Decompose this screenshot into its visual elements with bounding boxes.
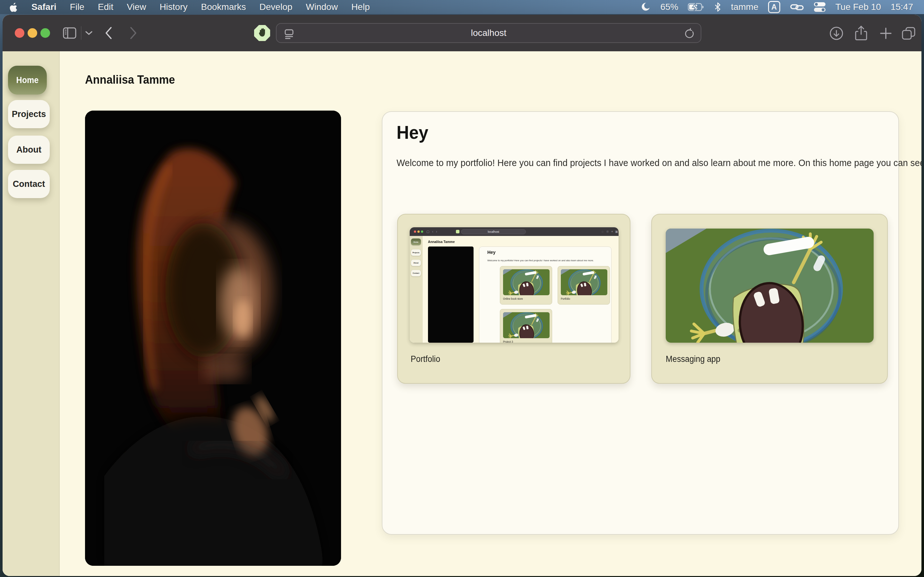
mini-new-tab-icon: + bbox=[611, 230, 613, 234]
battery-percentage[interactable]: 65% bbox=[660, 2, 678, 12]
mini-sidebar-home: Home bbox=[411, 239, 421, 245]
mini-forward-icon: › bbox=[436, 230, 437, 234]
hand-extension-icon[interactable] bbox=[254, 25, 270, 41]
address-bar[interactable]: localhost bbox=[276, 23, 701, 43]
mini-address-bar: localhost bbox=[461, 229, 526, 234]
menu-item-bookmarks[interactable]: Bookmarks bbox=[201, 2, 246, 12]
mini-sidebar-projects: Projects bbox=[411, 250, 421, 256]
mini-project-card: Online book store bbox=[500, 266, 552, 305]
mini-minimize-icon bbox=[417, 230, 420, 233]
mini-card-label: Online book store bbox=[503, 297, 523, 300]
mini-portrait-photo bbox=[428, 247, 473, 343]
menu-status-area: 65% tamme A bbox=[640, 1, 913, 13]
mini-project-card: Project 3 bbox=[500, 309, 552, 343]
mini-sidebar-about: About bbox=[411, 259, 421, 266]
bluetooth-device-name[interactable]: tamme bbox=[731, 2, 758, 12]
mini-card-label: Project 3 bbox=[503, 340, 513, 343]
menu-left: Safari File Edit View History Bookmarks … bbox=[10, 2, 370, 12]
safari-window: localhost bbox=[3, 15, 921, 576]
reload-icon[interactable] bbox=[683, 28, 695, 41]
hero-card: Hey Welcome to my portfolio! Here you ca… bbox=[382, 111, 899, 535]
mini-card-label: Portfolio bbox=[561, 297, 570, 300]
mini-screenshot: ▢ ‹ › localhost ◌ ⌑ + ▣ bbox=[410, 227, 619, 343]
mini-hero-body: Welcome to my portfolio! Here you can fi… bbox=[487, 259, 600, 262]
menu-date[interactable]: Tue Feb 10 bbox=[835, 2, 881, 12]
mini-toolbar: ▢ ‹ › localhost ◌ ⌑ + ▣ bbox=[410, 227, 619, 236]
battery-charging-icon[interactable] bbox=[688, 3, 704, 11]
forward-icon[interactable] bbox=[128, 26, 138, 40]
menu-item-safari[interactable]: Safari bbox=[31, 2, 57, 12]
moon-icon[interactable] bbox=[640, 2, 651, 13]
mini-tabs-icon: ▣ bbox=[615, 230, 618, 234]
project-card-messaging-app[interactable]: Messaging app bbox=[651, 214, 888, 384]
messaging-app-thumbnail-spongebob bbox=[666, 229, 874, 343]
mini-page-title: Annaliisa Tamme bbox=[428, 240, 455, 243]
menu-item-help[interactable]: Help bbox=[351, 2, 370, 12]
mini-thumbnail-spongebob bbox=[503, 312, 549, 338]
mini-extension-icon bbox=[456, 230, 459, 234]
menu-item-develop[interactable]: Develop bbox=[260, 2, 292, 12]
menu-item-file[interactable]: File bbox=[70, 2, 84, 12]
hero-body: Welcome to my portfolio! Here you can fi… bbox=[397, 155, 838, 171]
portfolio-thumbnail: ▢ ‹ › localhost ◌ ⌑ + ▣ bbox=[410, 227, 619, 343]
zoom-window-button[interactable] bbox=[40, 28, 50, 38]
mini-download-icon: ◌ bbox=[602, 230, 604, 234]
mini-sidebar-toggle-icon: ▢ bbox=[426, 230, 429, 234]
page-format-icon[interactable] bbox=[284, 28, 294, 41]
project-label-messaging-app: Messaging app bbox=[666, 354, 720, 364]
tab-overview-icon[interactable] bbox=[901, 26, 916, 41]
sidebar-item-home[interactable]: Home bbox=[8, 66, 47, 95]
mini-sidebar: Home Projects About Contact bbox=[410, 236, 423, 343]
hero-title: Hey bbox=[397, 121, 428, 143]
mini-project-card: Portfolio bbox=[557, 266, 610, 305]
new-tab-icon[interactable] bbox=[879, 27, 893, 40]
site-sidebar: Home Projects About Contact bbox=[3, 51, 60, 576]
back-icon[interactable] bbox=[104, 26, 113, 40]
menu-time[interactable]: 15:47 bbox=[891, 2, 913, 12]
mini-back-icon: ‹ bbox=[432, 230, 433, 234]
menu-item-view[interactable]: View bbox=[127, 2, 146, 12]
mini-thumbnail-spongebob bbox=[503, 269, 549, 295]
toolbar-divider bbox=[81, 26, 81, 40]
safari-toolbar: localhost bbox=[3, 15, 921, 51]
close-window-button[interactable] bbox=[15, 28, 24, 38]
apple-icon[interactable] bbox=[10, 2, 18, 12]
mini-hero-title: Hey bbox=[487, 250, 496, 255]
url-text: localhost bbox=[471, 28, 507, 38]
mini-sidebar-contact: Contact bbox=[411, 270, 421, 276]
mini-page: Home Projects About Contact Annaliisa Ta… bbox=[410, 236, 619, 343]
minimize-window-button[interactable] bbox=[27, 28, 37, 38]
project-label-portfolio: Portfolio bbox=[411, 354, 440, 364]
control-center-icon[interactable] bbox=[814, 2, 826, 13]
project-card-portfolio[interactable]: ▢ ‹ › localhost ◌ ⌑ + ▣ bbox=[397, 214, 630, 384]
chevron-down-icon[interactable] bbox=[85, 30, 93, 36]
page-content: Home Projects About Contact Annaliisa Ta… bbox=[3, 51, 921, 576]
link-rings-icon[interactable] bbox=[790, 2, 804, 12]
mini-zoom-icon bbox=[421, 230, 423, 233]
input-source-icon[interactable]: A bbox=[768, 1, 780, 13]
mini-thumbnail-spongebob bbox=[561, 269, 607, 295]
desktop-screen: Safari File Edit View History Bookmarks … bbox=[0, 0, 924, 577]
portrait-photo bbox=[85, 111, 341, 566]
sidebar-item-about[interactable]: About bbox=[8, 135, 50, 164]
mini-url-text: localhost bbox=[488, 230, 499, 234]
macos-menu-bar: Safari File Edit View History Bookmarks … bbox=[0, 0, 924, 14]
page-title: Annaliisa Tamme bbox=[85, 73, 175, 87]
sidebar-toggle-icon[interactable] bbox=[62, 26, 77, 40]
mini-share-icon: ⌑ bbox=[607, 230, 608, 234]
download-icon[interactable] bbox=[829, 26, 844, 41]
sidebar-item-contact[interactable]: Contact bbox=[8, 170, 50, 198]
menu-item-history[interactable]: History bbox=[160, 2, 187, 12]
menu-item-edit[interactable]: Edit bbox=[98, 2, 113, 12]
mini-hero-card: Hey Welcome to my portfolio! Here you ca… bbox=[479, 247, 612, 343]
mini-close-icon bbox=[414, 230, 416, 233]
share-icon[interactable] bbox=[854, 25, 868, 41]
bluetooth-icon[interactable] bbox=[714, 2, 721, 12]
menu-item-window[interactable]: Window bbox=[306, 2, 338, 12]
sidebar-item-projects[interactable]: Projects bbox=[8, 100, 50, 128]
